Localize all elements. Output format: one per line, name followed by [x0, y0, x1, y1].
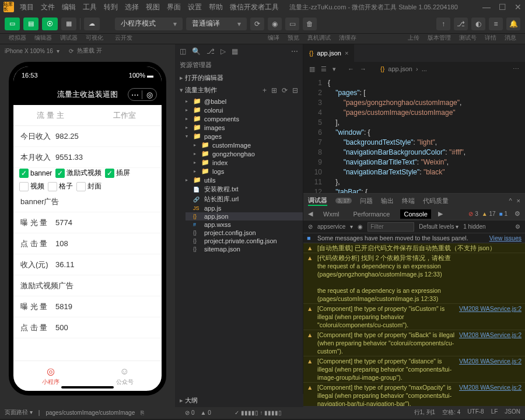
menu-帮助[interactable]: 帮助: [205, 1, 226, 13]
version-btn[interactable]: ⎇: [454, 18, 468, 30]
close-tab-icon[interactable]: ×: [345, 50, 348, 57]
outline-section[interactable]: 大纲: [175, 394, 303, 406]
list-icon[interactable]: ☰: [321, 65, 327, 73]
tree-app.js[interactable]: JSapp.js: [186, 204, 303, 212]
panel-tab-quality[interactable]: 代码质量: [423, 197, 449, 205]
upload-btn[interactable]: ↑: [436, 18, 450, 30]
refresh-icon[interactable]: ⟳: [282, 86, 288, 94]
minimize-icon[interactable]: —: [482, 2, 491, 12]
code-editor[interactable]: 1234567891011121314 { "pages": [ "pages/…: [303, 76, 525, 193]
phone-simulator[interactable]: 16:53 100% ▬ 流量主收益装逼图 ⋯◎ 流 量 主工作室 今日收入98…: [9, 62, 166, 396]
capsule[interactable]: ⋯◎: [128, 88, 157, 101]
tree-pages[interactable]: ▾📁pages: [186, 132, 303, 141]
console-clear-icon[interactable]: ⊘: [308, 223, 313, 230]
tree-app.wxss[interactable]: #app.wxss: [186, 220, 303, 229]
tree-安装教程.txt[interactable]: 📄安装教程.txt: [186, 184, 303, 194]
tree-utils[interactable]: ▸📁utils: [186, 176, 303, 184]
remote-debug-btn[interactable]: ▭: [285, 18, 299, 30]
mode-select[interactable]: 小程序模式: [115, 18, 183, 30]
project-section[interactable]: 流量主制作: [180, 86, 217, 94]
tab-studio[interactable]: 工作室: [88, 105, 162, 125]
menu-编辑[interactable]: 编辑: [58, 1, 79, 13]
tree-colorui[interactable]: ▸📁colorui: [186, 106, 303, 114]
status-item[interactable]: UTF-8: [467, 408, 484, 416]
sim-toggle[interactable]: ▭: [5, 18, 20, 30]
tree-sitemap.json[interactable]: {}sitemap.json: [186, 245, 303, 253]
menu-选择[interactable]: 选择: [121, 1, 142, 13]
copy-path-icon[interactable]: ⎘: [141, 410, 144, 416]
debug-icon[interactable]: ▷: [220, 47, 226, 55]
editor-tab-appjson[interactable]: {}app.json×: [303, 44, 354, 62]
menu-视图[interactable]: 视图: [142, 1, 163, 13]
current-path[interactable]: pages/customImage/customImage: [46, 410, 135, 416]
detail-btn[interactable]: ≡: [489, 18, 503, 30]
checkbox-激励式视频[interactable]: ✓激励式视频: [55, 168, 102, 178]
tree-customImage[interactable]: ▸📁customImage: [186, 141, 303, 149]
path-label[interactable]: 页面路径 ▾: [5, 408, 33, 416]
menu-工具[interactable]: 工具: [79, 1, 100, 13]
tree-images[interactable]: ▸📁images: [186, 123, 303, 132]
cloud-dev[interactable]: ☁: [84, 18, 100, 30]
device-select[interactable]: iPhone X 100% 16: [5, 48, 53, 54]
new-folder-icon[interactable]: ⊞: [271, 86, 277, 94]
menu-文件[interactable]: 文件: [37, 1, 58, 13]
debug-toggle[interactable]: ⦿: [42, 18, 58, 30]
status-item[interactable]: JSON: [505, 408, 520, 416]
open-editors-section[interactable]: 打开的编辑器: [175, 71, 303, 85]
tree-logs[interactable]: ▸📁logs: [186, 167, 303, 176]
maximize-icon[interactable]: ☐: [499, 2, 506, 12]
close-icon[interactable]: ✕: [514, 2, 522, 12]
status-item[interactable]: 行1, 列1: [414, 408, 436, 416]
tree-project.private.config.json[interactable]: {}project.private.config.json: [186, 237, 303, 245]
checkbox-插屏[interactable]: ✓插屏: [105, 168, 130, 178]
compile-btn[interactable]: ⟳: [250, 18, 264, 30]
clear-cache-btn[interactable]: 🗑: [303, 18, 317, 30]
tree-index[interactable]: ▸📁index: [186, 158, 303, 167]
preview-btn[interactable]: ◉: [268, 18, 282, 30]
editor-more-icon[interactable]: ⋯: [513, 65, 519, 73]
panel-tab-problems[interactable]: 问题: [360, 197, 373, 205]
collapse-icon[interactable]: ⊟: [292, 86, 298, 94]
tree-project.config.json[interactable]: {}project.config.json: [186, 229, 303, 237]
status-item[interactable]: LF: [491, 408, 498, 416]
checkbox-视频[interactable]: 视频: [19, 181, 44, 191]
eye-icon[interactable]: ◉: [358, 223, 363, 230]
menu-转到[interactable]: 转到: [100, 1, 121, 13]
menu-微信开发者工具[interactable]: 微信开发者工具: [226, 1, 282, 13]
console-filter-input[interactable]: [368, 222, 414, 232]
devtab-console[interactable]: Console: [400, 209, 430, 219]
visual-toggle[interactable]: ▦: [61, 18, 76, 30]
panel-tab-output[interactable]: 输出: [381, 197, 394, 205]
checkbox-格子[interactable]: 格子: [48, 181, 73, 191]
context-select[interactable]: appservice: [317, 223, 345, 230]
new-file-icon[interactable]: +: [262, 86, 267, 94]
tree-站长图库.url[interactable]: 🔗站长图库.url: [186, 194, 303, 204]
editor-toggle[interactable]: ▤: [23, 18, 38, 30]
devtab-performance[interactable]: Performance: [350, 209, 394, 219]
console-settings-icon[interactable]: ⚙: [515, 223, 520, 230]
search-icon[interactable]: 🔍: [192, 47, 201, 55]
menu-界面[interactable]: 界面: [163, 1, 184, 13]
devtab-wxml[interactable]: Wxml: [320, 209, 343, 219]
split-editor-icon[interactable]: ▥: [309, 65, 315, 73]
devtools-settings-icon[interactable]: ⚙: [514, 210, 520, 218]
panel-close-icon[interactable]: ×: [517, 197, 520, 204]
msg-btn[interactable]: 🔔: [506, 18, 520, 30]
tree-@babel[interactable]: ▸📁@babel: [186, 97, 303, 106]
explorer-split-icon[interactable]: ◫: [180, 47, 186, 55]
status-item[interactable]: 空格: 4: [442, 408, 460, 416]
tab-flow[interactable]: 流 量 主: [13, 105, 88, 125]
menu-项目[interactable]: 项目: [16, 1, 37, 13]
compile-select[interactable]: 普通编译: [186, 18, 247, 30]
menu-设置[interactable]: 设置: [184, 1, 205, 13]
extensions-icon[interactable]: ▦: [232, 47, 238, 55]
checkbox-banner[interactable]: ✓banner: [19, 169, 52, 178]
panel-tab-terminal[interactable]: 终端: [402, 197, 415, 205]
branch-icon[interactable]: ⎇: [206, 47, 215, 55]
levels-select[interactable]: Default levels ▾: [419, 223, 459, 230]
test-btn[interactable]: ◐: [471, 18, 485, 30]
tree-gongzhonghao[interactable]: ▸📁gongzhonghao: [186, 149, 303, 158]
tree-components[interactable]: ▸📁components: [186, 114, 303, 123]
more-icon[interactable]: ⋯: [291, 47, 298, 55]
panel-max-icon[interactable]: ^: [509, 197, 512, 204]
